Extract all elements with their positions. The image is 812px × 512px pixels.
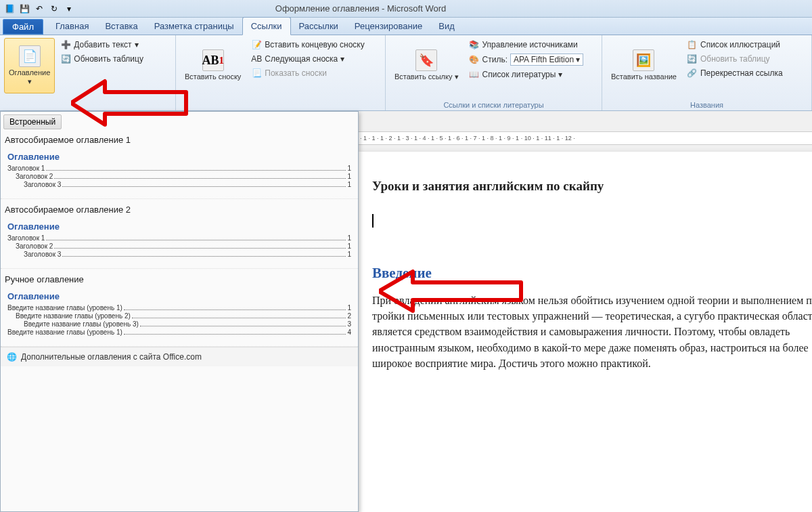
- tab-разметка страницы[interactable]: Разметка страницы: [146, 18, 242, 35]
- gallery-option-title: Автособираемое оглавление 1: [5, 135, 354, 145]
- gallery-preview: ОглавлениеЗаголовок 11Заголовок 21Заголо…: [5, 152, 354, 188]
- list-figures-button[interactable]: 📋 Список иллюстраций: [684, 38, 786, 51]
- tab-вставка[interactable]: Вставка: [97, 18, 145, 35]
- show-footnotes-button: 📃 Показать сноски: [248, 66, 367, 80]
- bibliography-button[interactable]: 📖 Список литературы ▾: [466, 68, 587, 81]
- citation-style-row: 🎨 Стиль: APA Fifth Edition ▾: [466, 52, 587, 67]
- titlebar: 📘 💾 ↶ ↻ ▾ Оформление оглавления - Micros…: [0, 0, 812, 18]
- crossref-icon: 🔗: [687, 68, 698, 79]
- toc-gallery-dropdown: Встроенный Автособираемое оглавление 1Ог…: [0, 111, 359, 512]
- next-footnote-icon: AB: [251, 54, 262, 64]
- annotation-arrow-right: [379, 268, 528, 315]
- manage-sources-button[interactable]: 📚 Управление источниками: [466, 38, 587, 51]
- manage-sources-icon: 📚: [469, 39, 480, 50]
- tab-вид[interactable]: Вид: [430, 18, 463, 35]
- toc-preview-line: Заголовок 31: [7, 181, 351, 188]
- ribbon-group-citations: 🔖 Вставить ссылку ▾ 📚 Управление источни…: [386, 35, 602, 110]
- toc-preview-line: Заголовок 11: [7, 234, 351, 242]
- cross-reference-button[interactable]: 🔗 Перекрестная ссылка: [684, 66, 786, 80]
- tab-file[interactable]: Файл: [3, 19, 43, 35]
- preview-title: Оглавление: [7, 291, 351, 301]
- group-title-captions: Названия: [606, 100, 807, 109]
- toc-preview-line: Введите название главы (уровень 2)2: [7, 312, 351, 320]
- tab-рассылки[interactable]: Рассылки: [291, 18, 346, 35]
- gallery-option-title: Автособираемое оглавление 2: [5, 205, 354, 215]
- tab-ссылки[interactable]: Ссылки: [242, 17, 291, 35]
- update-captions-button: 🔄 Обновить таблицу: [684, 52, 786, 66]
- gallery-option[interactable]: Автособираемое оглавление 1ОглавлениеЗаг…: [1, 129, 358, 199]
- group-title-citations: Ссылки и списки литературы: [390, 100, 597, 109]
- horizontal-ruler[interactable]: · 1 · 1 · 1 · 2 · 1 · 3 · 1 · 4 · 1 · 5 …: [359, 131, 812, 145]
- tab-главная[interactable]: Главная: [47, 18, 97, 35]
- citation-icon: 🔖: [415, 49, 437, 71]
- text-cursor: [372, 214, 812, 228]
- style-icon: 🎨: [469, 54, 480, 65]
- qat-dropdown-icon[interactable]: ▾: [62, 2, 76, 16]
- svg-marker-0: [71, 81, 186, 125]
- list-figures-icon: 📋: [687, 39, 698, 50]
- toc-preview-line: Заголовок 11: [7, 165, 351, 172]
- preview-title: Оглавление: [7, 152, 351, 162]
- add-text-icon: ➕: [60, 39, 71, 50]
- undo-icon[interactable]: ↶: [32, 2, 46, 16]
- insert-caption-button[interactable]: 🖼️ Вставить название: [606, 38, 681, 93]
- word-app-icon[interactable]: 📘: [3, 2, 16, 16]
- update-icon: 🔄: [60, 54, 71, 64]
- toc-icon: 📄: [19, 45, 41, 67]
- add-text-button[interactable]: ➕ Добавить текст ▾: [58, 38, 146, 51]
- save-icon[interactable]: 💾: [18, 2, 31, 16]
- insert-endnote-button[interactable]: 📝 Вставить концевую сноску: [248, 38, 367, 51]
- gallery-header: Встроенный: [3, 114, 62, 129]
- gallery-preview: ОглавлениеВведите название главы (уровен…: [5, 291, 354, 336]
- toc-preview-line: Заголовок 21: [7, 242, 351, 250]
- show-icon: 📃: [251, 68, 262, 79]
- next-footnote-button[interactable]: AB Следующая сноска ▾: [248, 52, 367, 66]
- update-toc-button[interactable]: 🔄 Обновить таблицу: [58, 52, 146, 66]
- gallery-preview: ОглавлениеЗаголовок 11Заголовок 21Заголо…: [5, 221, 354, 258]
- update-cap-icon: 🔄: [687, 54, 698, 64]
- tab-рецензирование[interactable]: Рецензирование: [346, 18, 430, 35]
- gallery-option[interactable]: Ручное оглавлениеОглавлениеВведите назва…: [1, 269, 358, 347]
- ribbon-group-footnotes: AB1 Вставить сноску 📝 Вставить концевую …: [176, 35, 386, 110]
- toc-preview-line: Введите название главы (уровень 1)1: [7, 304, 351, 312]
- ribbon-tabstrip: Файл ГлавнаяВставкаРазметка страницыСсыл…: [0, 18, 812, 35]
- ribbon-group-captions: 🖼️ Вставить название 📋 Список иллюстраци…: [602, 35, 812, 110]
- document-page[interactable]: Уроки и занятия английским по скайпу Вве…: [359, 152, 812, 512]
- svg-marker-1: [379, 272, 521, 311]
- quick-access-toolbar: 📘 💾 ↶ ↻ ▾: [0, 2, 78, 16]
- toc-preview-line: Заголовок 31: [7, 251, 351, 258]
- redo-icon[interactable]: ↻: [47, 2, 61, 16]
- gallery-option[interactable]: Автособираемое оглавление 2ОглавлениеЗаг…: [1, 199, 358, 269]
- gallery-option-title: Ручное оглавление: [5, 274, 354, 284]
- citation-style-select[interactable]: APA Fifth Edition ▾: [510, 54, 584, 66]
- window-title: Оформление оглавления - Microsoft Word: [78, 3, 812, 14]
- toc-preview-line: Введите название главы (уровень 3)3: [7, 320, 351, 328]
- toc-preview-line: Заголовок 21: [7, 173, 351, 180]
- insert-citation-button[interactable]: 🔖 Вставить ссылку ▾: [390, 38, 464, 93]
- annotation-arrow-left: [71, 76, 193, 130]
- doc-title: Уроки и занятия английским по скайпу: [372, 179, 812, 194]
- bibliography-icon: 📖: [469, 69, 480, 80]
- toc-dropdown-button[interactable]: 📄 Оглавление▾: [4, 38, 55, 93]
- preview-title: Оглавление: [7, 221, 351, 232]
- gallery-more-office[interactable]: 🌐 Дополнительные оглавления с сайта Offi…: [1, 347, 358, 366]
- endnote-icon: 📝: [251, 39, 262, 50]
- caption-icon: 🖼️: [633, 49, 654, 71]
- toc-preview-line: Введите название главы (уровень 1)4: [7, 328, 351, 336]
- office-icon: 🌐: [6, 351, 17, 362]
- footnote-icon: AB1: [202, 49, 224, 71]
